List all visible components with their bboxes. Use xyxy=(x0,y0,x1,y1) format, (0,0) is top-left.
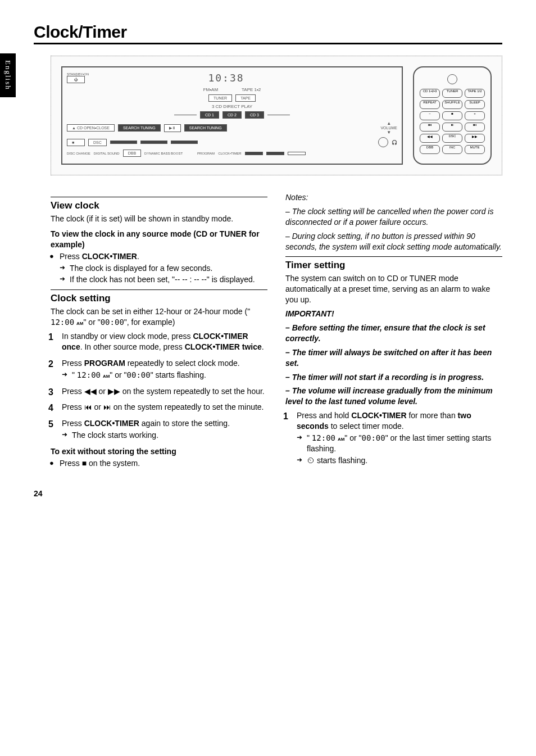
right-column: Notes: – The clock setting will be cance… xyxy=(285,192,502,472)
notes-heading: Notes: xyxy=(285,192,502,203)
headphone-icon: 🎧 xyxy=(392,140,397,145)
remote-play: ⏯ xyxy=(442,123,462,132)
step-5: 5 Press CLOCK•TIMER again to store the s… xyxy=(51,418,267,441)
clock-timer-label: CLOCK•TIMER xyxy=(218,152,241,155)
direct-play-label: 3 CD DIRECT PLAY xyxy=(212,104,252,109)
power-icon: ⏻ xyxy=(67,76,85,83)
ct-btn-2 xyxy=(266,152,284,155)
important-heading: IMPORTANT! xyxy=(285,309,502,319)
timer-step1-arrow2: ⏲ starts flashing. xyxy=(297,455,502,466)
search-button-r: SEARCH TUNING xyxy=(184,124,227,132)
remote-control: CD 1•2•3TUNERTAPE 1/2 REPEATSHUFFLESLEEP… xyxy=(413,66,492,165)
remote-vol-up: + xyxy=(465,111,485,120)
fm-am-label: FM•AM xyxy=(203,87,218,92)
remote-repeat-button: REPEAT xyxy=(420,100,440,109)
page-title: Clock/Timer xyxy=(34,22,502,44)
timer-step-1: 1 Press and hold CLOCK•TIMER for more th… xyxy=(285,410,502,465)
cd2-button: CD 2 xyxy=(222,111,242,119)
remote-sleep-button: SLEEP xyxy=(465,100,485,109)
stereo-front-panel: STANDBY•ON ⏻ 10:38 FM•AM TAPE 1•2 TUNER … xyxy=(61,66,403,165)
view-clock-heading: View clock xyxy=(51,197,267,212)
remote-prev: ⏮ xyxy=(420,123,440,132)
preset-1 xyxy=(110,141,137,144)
bass-boost-label: DYNAMIC BASS BOOST xyxy=(144,152,183,155)
cd3-button: CD 3 xyxy=(245,111,264,119)
exit-subhead: To exit without storing the setting xyxy=(51,446,267,457)
step-2-arrow: " 12:00 am" or "00:00" starts flashing. xyxy=(62,370,267,381)
timer-setting-text: The system can switch on to CD or TUNER … xyxy=(285,273,502,305)
preset-2 xyxy=(140,141,167,144)
disc-change-label: DISC CHANGE xyxy=(67,152,90,155)
dsc-button: DSC xyxy=(88,139,107,146)
ct-btn-1 xyxy=(245,152,263,155)
remote-cd-button: CD 1•2•3 xyxy=(420,89,440,98)
remote-dbb: DBB xyxy=(420,145,440,154)
language-tab: English xyxy=(0,53,16,97)
left-column: View clock The clock (if it is set) will… xyxy=(51,192,267,472)
remote-rew: ◀◀ xyxy=(420,134,440,143)
view-clock-text: The clock (if it is set) will be shown i… xyxy=(51,214,267,224)
clock-setting-heading: Clock setting xyxy=(51,289,267,305)
open-close-button: ▲ CD OPEN•CLOSE xyxy=(67,124,115,132)
important-2: – The timer will always be switched on a… xyxy=(285,347,502,369)
digital-sound-label: DIGITAL SOUND xyxy=(94,152,120,155)
remote-stop: ■ xyxy=(442,111,462,120)
device-illustration: STANDBY•ON ⏻ 10:38 FM•AM TAPE 1•2 TUNER … xyxy=(51,56,502,175)
important-3: – The timer will not start if a recordin… xyxy=(285,372,502,383)
search-button-l: SEARCH TUNING xyxy=(118,124,161,132)
preset-3 xyxy=(171,141,198,144)
lcd-display: 10:38 xyxy=(208,72,244,84)
program-label: PROGRAM xyxy=(197,152,215,155)
remote-inc: INC xyxy=(442,145,462,154)
tape12-label: TAPE 1•2 xyxy=(242,87,261,92)
step-1: 1 In standby or view clock mode, press C… xyxy=(51,331,267,352)
remote-dsc: DSC xyxy=(442,134,462,143)
remote-next: ⏭ xyxy=(465,123,485,132)
note-1: – The clock setting will be cancelled wh… xyxy=(285,206,502,228)
timer-setting-heading: Timer setting xyxy=(285,256,502,272)
arrow-notset: If the clock has not been set, "-- -- : … xyxy=(60,274,267,285)
remote-tuner-button: TUNER xyxy=(442,89,462,98)
remote-mute: MUTE xyxy=(465,145,485,154)
remote-power-icon xyxy=(447,74,457,84)
cd1-button: CD 1 xyxy=(200,111,219,119)
remote-shuffle-button: SHUFFLE xyxy=(442,100,462,109)
step-5-arrow: The clock starts working. xyxy=(62,430,267,441)
step-3: 3 Press ◀◀ or ▶▶ on the system repeatedl… xyxy=(51,386,267,397)
play-pause-button: ▶⏸ xyxy=(164,124,181,132)
press-clocktimer-bullet: Press CLOCK•TIMER. The clock is displaye… xyxy=(51,251,267,286)
step-4: 4 Press ⏮ or ⏭ on the system repeatedly … xyxy=(51,402,267,413)
page-number: 24 xyxy=(34,489,502,498)
stop-button-panel: ■ xyxy=(67,139,85,146)
clock-setting-text: The clock can be set in either 12-hour o… xyxy=(51,306,267,328)
to-view-subhead: To view the clock in any source mode (CD… xyxy=(51,229,267,250)
step-2: 2 Press PROGRAM repeatedly to select clo… xyxy=(51,358,267,381)
remote-tape-button: TAPE 1/2 xyxy=(465,89,485,98)
ct-btn-3 xyxy=(288,152,306,155)
standby-label: STANDBY•ON xyxy=(67,73,89,76)
important-4: – The volume will increase gradually fro… xyxy=(285,386,502,407)
exit-bullet: Press ■ on the system. xyxy=(51,458,267,469)
important-1: – Before setting the timer, ensure that … xyxy=(285,323,502,344)
remote-ff: ▶▶ xyxy=(465,134,485,143)
dbb-button: DBB xyxy=(123,150,141,157)
arrow-displayed: The clock is displayed for a few seconds… xyxy=(60,263,267,274)
tuner-button: TUNER xyxy=(208,94,232,102)
timer-step1-arrow1: " 12:00 am" or "00:00" or the last timer… xyxy=(297,433,502,454)
volume-label: VOLUME xyxy=(380,126,397,130)
headphone-jack-icon xyxy=(378,137,388,147)
note-2: – During clock setting, if no button is … xyxy=(285,231,502,252)
remote-vol-down: − xyxy=(420,111,440,120)
tape-button: TAPE xyxy=(235,94,256,102)
